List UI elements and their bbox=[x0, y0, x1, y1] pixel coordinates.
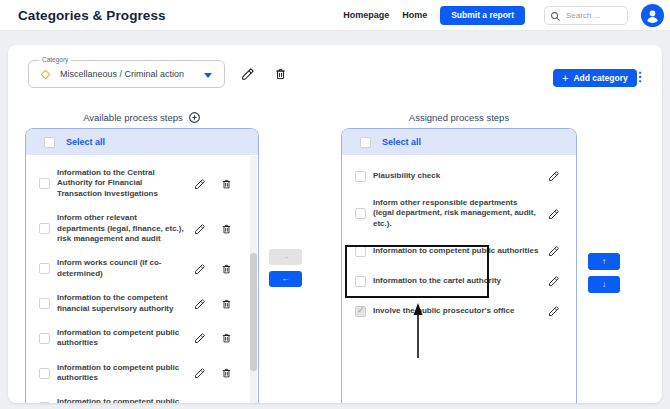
pencil-icon bbox=[194, 263, 206, 275]
edit-item-button[interactable] bbox=[190, 176, 210, 192]
select-all-label: Select all bbox=[66, 137, 105, 147]
item-label: Information to competent public authorit… bbox=[57, 397, 190, 403]
category-color-icon bbox=[41, 69, 51, 79]
list-item: Plausibility check bbox=[342, 161, 576, 191]
available-heading: Available process steps bbox=[25, 110, 259, 124]
item-checkbox[interactable] bbox=[355, 306, 366, 317]
item-checkbox[interactable] bbox=[39, 333, 50, 344]
top-bar: Categories & Progress Homepage Home Subm… bbox=[0, 0, 670, 31]
edit-item-button[interactable] bbox=[190, 330, 210, 346]
assigned-heading: Assigned process steps bbox=[341, 110, 577, 124]
item-checkbox[interactable] bbox=[39, 368, 50, 379]
delete-item-button[interactable] bbox=[216, 365, 236, 381]
item-checkbox[interactable] bbox=[355, 171, 366, 182]
nav-link-homepage[interactable]: Homepage bbox=[343, 10, 389, 20]
move-to-assigned-button[interactable]: → bbox=[269, 249, 302, 265]
user-avatar[interactable] bbox=[641, 4, 664, 27]
pencil-icon bbox=[194, 402, 206, 403]
available-panel: Select all Information to the Central Au… bbox=[25, 128, 259, 403]
item-label: Information to the Central Authority for… bbox=[57, 168, 190, 199]
select-all-checkbox[interactable] bbox=[44, 137, 55, 148]
edit-item-button[interactable] bbox=[190, 296, 210, 312]
category-select[interactable]: Category Miscellaneous / Criminal action bbox=[28, 60, 225, 88]
item-label: Inform works council (if co-determined) bbox=[57, 258, 190, 279]
available-list: Information to the Central Authority for… bbox=[26, 155, 258, 403]
trash-icon bbox=[274, 67, 287, 81]
item-checkbox[interactable] bbox=[39, 178, 50, 189]
trash-icon bbox=[221, 402, 232, 403]
delete-item-button[interactable] bbox=[216, 221, 236, 237]
list-item: Inform works council (if co-determined) bbox=[26, 251, 258, 286]
list-item: Information to competent public authorit… bbox=[26, 356, 258, 391]
person-icon bbox=[644, 7, 661, 24]
edit-item-button[interactable] bbox=[190, 221, 210, 237]
item-checkbox[interactable] bbox=[39, 223, 50, 234]
scrollbar-thumb[interactable] bbox=[250, 253, 257, 371]
assigned-select-all-row: Select all bbox=[342, 129, 576, 155]
item-checkbox[interactable] bbox=[39, 402, 50, 403]
add-category-button[interactable]: + Add category bbox=[553, 69, 637, 87]
edit-category-button[interactable] bbox=[238, 64, 258, 84]
item-label: Information to the cartel authority bbox=[373, 276, 544, 286]
pencil-icon bbox=[194, 332, 206, 344]
list-item: Information to the competent financial s… bbox=[26, 286, 258, 321]
delete-item-button[interactable] bbox=[216, 176, 236, 192]
more-options-button[interactable]: ⋮ bbox=[632, 67, 648, 87]
delete-item-button[interactable] bbox=[216, 296, 236, 312]
edit-item-button[interactable] bbox=[190, 400, 210, 403]
pencil-icon bbox=[548, 170, 560, 182]
search-icon bbox=[550, 11, 561, 22]
pencil-icon bbox=[548, 305, 560, 317]
pencil-icon bbox=[548, 275, 560, 287]
item-label: Information to the competent financial s… bbox=[57, 293, 190, 314]
scrollbar[interactable] bbox=[250, 156, 257, 403]
plus-icon: + bbox=[562, 73, 568, 84]
trash-icon bbox=[221, 332, 232, 344]
list-item: Information to competent public authorit… bbox=[342, 236, 576, 266]
item-checkbox[interactable] bbox=[355, 208, 366, 219]
search-box[interactable] bbox=[544, 6, 628, 25]
item-checkbox[interactable] bbox=[355, 276, 366, 287]
edit-item-button[interactable] bbox=[544, 303, 564, 319]
add-process-step-button[interactable] bbox=[188, 111, 201, 124]
available-select-all-row: Select all bbox=[26, 129, 258, 155]
move-up-button[interactable]: ↑ bbox=[588, 253, 620, 270]
move-down-button[interactable]: ↓ bbox=[588, 276, 620, 293]
select-all-checkbox[interactable] bbox=[360, 137, 371, 148]
trash-icon bbox=[221, 263, 232, 275]
delete-category-button[interactable] bbox=[270, 64, 290, 84]
trash-icon bbox=[221, 223, 232, 235]
top-nav: Homepage Home Submit a report bbox=[343, 4, 664, 27]
item-label: Involve the public prosecutor's office bbox=[373, 306, 544, 316]
list-item: Information to competent public authorit… bbox=[26, 321, 258, 356]
delete-item-button[interactable] bbox=[216, 330, 236, 346]
item-checkbox[interactable] bbox=[39, 263, 50, 274]
page-title: Categories & Progress bbox=[18, 8, 166, 23]
delete-item-button[interactable] bbox=[216, 261, 236, 277]
delete-item-button[interactable] bbox=[216, 400, 236, 403]
move-to-available-button[interactable]: ← bbox=[269, 271, 302, 287]
item-checkbox[interactable] bbox=[355, 246, 366, 257]
pencil-icon bbox=[194, 298, 206, 310]
category-select-label: Category bbox=[39, 56, 71, 63]
list-item: Involve the public prosecutor's office bbox=[342, 296, 576, 326]
list-item: Information to the Central Authority for… bbox=[26, 161, 258, 206]
item-label: Information to competent public authorit… bbox=[57, 363, 190, 384]
select-all-label: Select all bbox=[382, 137, 421, 147]
edit-item-button[interactable] bbox=[544, 273, 564, 289]
edit-item-button[interactable] bbox=[190, 365, 210, 381]
list-item: Information to competent public authorit… bbox=[26, 390, 258, 403]
edit-item-button[interactable] bbox=[544, 168, 564, 184]
item-label: Inform other responsible departments (le… bbox=[373, 198, 544, 229]
pencil-icon bbox=[194, 178, 206, 190]
submit-report-button[interactable]: Submit a report bbox=[440, 6, 525, 25]
nav-link-home[interactable]: Home bbox=[402, 10, 427, 20]
item-label: Information to competent public authorit… bbox=[373, 246, 544, 256]
list-item: Inform other relevant departments (legal… bbox=[26, 206, 258, 251]
edit-item-button[interactable] bbox=[544, 243, 564, 259]
search-input[interactable] bbox=[566, 7, 624, 24]
edit-item-button[interactable] bbox=[544, 206, 564, 222]
edit-item-button[interactable] bbox=[190, 261, 210, 277]
pencil-icon bbox=[548, 208, 560, 220]
item-checkbox[interactable] bbox=[39, 298, 50, 309]
